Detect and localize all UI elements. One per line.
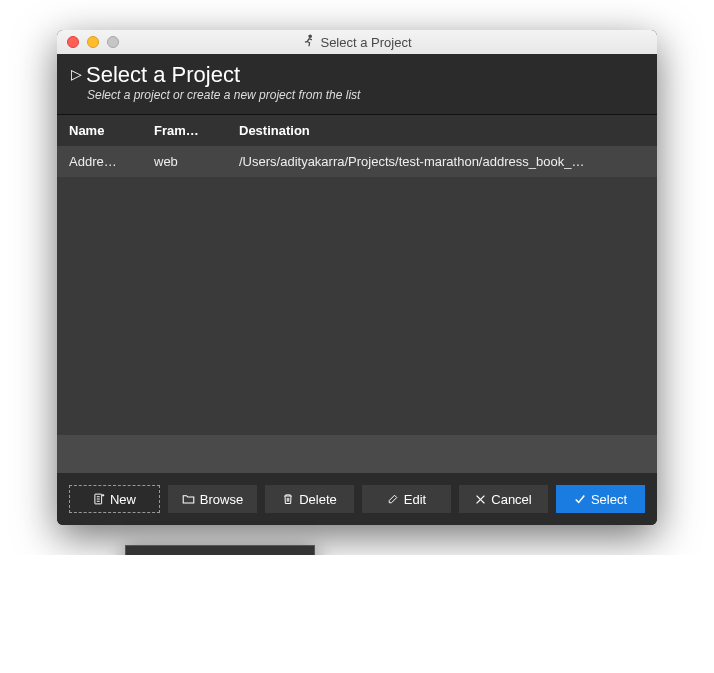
- new-project-dropdown: Java/Swing Project Java/FX Project Web A…: [125, 545, 315, 555]
- edit-pencil-icon: [387, 493, 399, 505]
- browse-button[interactable]: Browse: [168, 485, 257, 513]
- disclosure-triangle-icon[interactable]: ▷: [71, 66, 82, 85]
- footer-buttons: New Browse Delete: [57, 473, 657, 525]
- table-empty-area[interactable]: [57, 177, 657, 435]
- status-strip: [57, 435, 657, 473]
- header: ▷ Select a Project Select a project or c…: [57, 54, 657, 115]
- new-document-icon: [93, 493, 105, 505]
- page-subtitle: Select a project or create a new project…: [71, 88, 643, 102]
- new-button[interactable]: New: [69, 485, 160, 513]
- page-title: Select a Project: [86, 62, 240, 88]
- titlebar-title-wrap: Select a Project: [57, 34, 657, 51]
- delete-button[interactable]: Delete: [265, 485, 354, 513]
- delete-trash-icon: [282, 493, 294, 505]
- cell-framework: web: [154, 154, 239, 169]
- select-check-icon: [574, 493, 586, 505]
- runner-icon: [302, 34, 316, 51]
- column-header-destination[interactable]: Destination: [239, 123, 645, 138]
- project-selector-window: Select a Project ▷ Select a Project Sele…: [57, 30, 657, 525]
- edit-button[interactable]: Edit: [362, 485, 451, 513]
- cell-destination: /Users/adityakarra/Projects/test-maratho…: [239, 154, 645, 169]
- new-button-label: New: [110, 492, 136, 507]
- titlebar-title: Select a Project: [320, 35, 411, 50]
- cancel-x-icon: [475, 494, 486, 505]
- column-header-name[interactable]: Name: [69, 123, 154, 138]
- svg-point-0: [309, 35, 311, 37]
- table-row[interactable]: Addre… web /Users/adityakarra/Projects/t…: [57, 146, 657, 177]
- dropdown-item-java-swing[interactable]: Java/Swing Project: [126, 546, 314, 555]
- select-button[interactable]: Select: [556, 485, 645, 513]
- cancel-button[interactable]: Cancel: [459, 485, 548, 513]
- projects-table: Name Fram… Destination Addre… web /Users…: [57, 115, 657, 473]
- select-button-label: Select: [591, 492, 627, 507]
- titlebar[interactable]: Select a Project: [57, 30, 657, 54]
- column-header-framework[interactable]: Fram…: [154, 123, 239, 138]
- delete-button-label: Delete: [299, 492, 337, 507]
- browse-folder-icon: [182, 493, 195, 505]
- cancel-button-label: Cancel: [491, 492, 531, 507]
- browse-button-label: Browse: [200, 492, 243, 507]
- cell-name: Addre…: [69, 154, 154, 169]
- edit-button-label: Edit: [404, 492, 426, 507]
- table-header-row: Name Fram… Destination: [57, 115, 657, 146]
